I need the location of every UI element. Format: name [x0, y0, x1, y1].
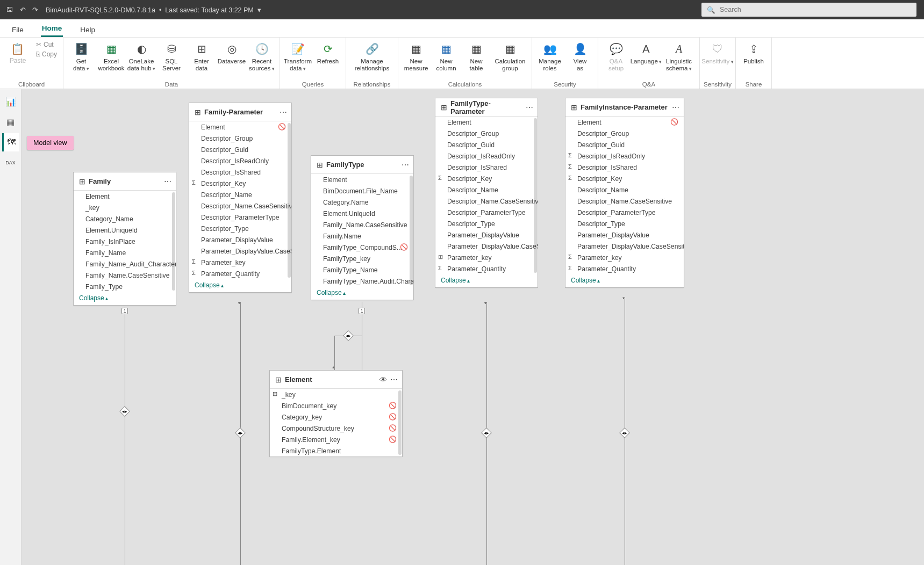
field-row[interactable]: ⊞_key — [270, 389, 402, 400]
field-row[interactable]: Parameter_DisplayValue.CaseSensitive — [565, 241, 684, 252]
field-row[interactable]: BimDocument_key🚫 — [270, 400, 402, 411]
field-row[interactable]: CompoundStructure_key🚫 — [270, 423, 402, 434]
field-row[interactable]: Family_IsInPlace — [74, 236, 176, 247]
report-view-button[interactable]: 📊 — [2, 92, 19, 111]
field-row[interactable]: Descriptor_ParameterType — [565, 207, 684, 218]
field-row[interactable]: Element.UniqueId — [74, 224, 176, 236]
field-row[interactable]: FamilyType.Element — [270, 445, 402, 457]
field-row[interactable]: Family_Name.CaseSensitive — [74, 270, 176, 281]
tab-help[interactable]: Help — [79, 23, 96, 37]
field-row[interactable]: Element🚫 — [189, 121, 291, 133]
field-row[interactable]: Descriptor_Group — [189, 133, 291, 144]
visible-icon[interactable]: 👁 — [379, 375, 387, 384]
field-row[interactable]: ΣDescriptor_Key — [435, 173, 538, 184]
field-row[interactable]: Descriptor_Guid — [435, 139, 538, 150]
field-row[interactable]: ΣParameter_Quantity — [565, 263, 684, 274]
collapse-button[interactable]: Collapse — [189, 279, 291, 292]
field-row[interactable]: Descriptor_IsReadOnly — [189, 155, 291, 166]
table-card-familyinstance-parameter[interactable]: ⊞ FamilyInstance-Parameter ⋯ Element🚫Des… — [565, 98, 684, 287]
excel-button[interactable]: ▦Excel workbook — [98, 40, 125, 72]
field-row[interactable]: Descriptor_IsShared — [435, 162, 538, 173]
more-icon[interactable]: ⋯ — [164, 177, 171, 186]
more-icon[interactable]: ⋯ — [526, 103, 533, 112]
calc-group-button[interactable]: ▦Calculation group — [493, 40, 527, 72]
field-row[interactable]: Family.Element_key🚫 — [270, 434, 402, 445]
redo-icon[interactable]: ↷ — [32, 6, 38, 14]
get-data-button[interactable]: 🗄️Get data — [68, 40, 95, 72]
field-row[interactable]: ΣParameter_Quantity — [435, 263, 538, 274]
tab-home[interactable]: Home — [41, 21, 63, 37]
more-icon[interactable]: ⋯ — [280, 108, 287, 117]
field-row[interactable]: Descriptor_Group — [565, 128, 684, 139]
field-row[interactable]: Descriptor_Name — [565, 184, 684, 195]
field-row[interactable]: Parameter_DisplayValue — [565, 229, 684, 241]
manage-relationships-button[interactable]: 🔗Manage relationships — [350, 40, 393, 72]
field-row[interactable]: Descriptor_Type — [189, 223, 291, 234]
field-row[interactable]: Descriptor_Guid — [565, 139, 684, 150]
field-row[interactable]: FamilyType_CompoundS...🚫 — [311, 242, 413, 253]
undo-icon[interactable]: ↶ — [20, 6, 26, 14]
language-button[interactable]: ALanguage — [633, 40, 660, 65]
field-row[interactable]: Element🚫 — [565, 117, 684, 128]
field-row[interactable]: Descriptor_Name — [189, 189, 291, 200]
enter-data-button[interactable]: ⊞Enter data — [188, 40, 215, 72]
sql-button[interactable]: ⛁SQL Server — [158, 40, 185, 72]
table-card-familytype-parameter[interactable]: ⊞ FamilyType-Parameter ⋯ ElementDescript… — [435, 98, 538, 287]
field-row[interactable]: Descriptor_Type — [565, 218, 684, 229]
field-row[interactable]: ΣParameter_Quantity — [189, 268, 291, 279]
field-row[interactable]: Family_Name — [74, 247, 176, 258]
table-card-element[interactable]: ⊞ Element 👁 ⋯ ⊞_keyBimDocument_key🚫Categ… — [270, 371, 402, 457]
model-canvas[interactable]: 1 ◂▸ * ◂▸ 1 * ◂▸ * ◂▸ * ◂▸ ⊞ Family ⋯ El… — [22, 89, 924, 565]
view-as-button[interactable]: 👤View as — [567, 40, 593, 72]
manage-roles-button[interactable]: 👥Manage roles — [536, 40, 563, 72]
collapse-button[interactable]: Collapse — [435, 274, 538, 287]
new-table-button[interactable]: ▦New table — [463, 40, 490, 72]
field-row[interactable]: Category_key🚫 — [270, 411, 402, 423]
onelake-button[interactable]: ◐OneLake data hub — [128, 40, 155, 72]
field-row[interactable]: Element.UniqueId — [311, 208, 413, 219]
field-row[interactable]: Descriptor_Name.CaseSensitive — [435, 195, 538, 207]
dataverse-button[interactable]: ◎Dataverse — [218, 40, 245, 65]
dax-view-button[interactable]: DAX — [2, 154, 19, 172]
field-row[interactable]: Family_Name.CaseSensitive — [311, 219, 413, 230]
field-row[interactable]: Element — [74, 191, 176, 202]
field-row[interactable]: FamilyType_Name — [311, 264, 413, 276]
new-column-button[interactable]: ▦New column — [433, 40, 460, 72]
table-card-family[interactable]: ⊞ Family ⋯ Element_keyCategory_NameEleme… — [74, 172, 176, 305]
new-measure-button[interactable]: ▦New measure — [403, 40, 429, 72]
field-row[interactable]: Descriptor_Guid — [189, 144, 291, 155]
field-row[interactable]: Family.Name — [311, 230, 413, 242]
more-icon[interactable]: ⋯ — [402, 161, 409, 169]
field-row[interactable]: Descriptor_Group — [435, 128, 538, 139]
field-row[interactable]: Parameter_DisplayValue — [189, 234, 291, 245]
field-row[interactable]: Element — [435, 117, 538, 128]
tab-file[interactable]: File — [11, 23, 25, 37]
field-row[interactable]: Descriptor_IsShared — [189, 166, 291, 178]
collapse-button[interactable]: Collapse — [74, 292, 176, 305]
field-row[interactable]: Descriptor_Type — [435, 218, 538, 229]
field-row[interactable]: Parameter_DisplayValue.CaseSens... — [435, 241, 538, 252]
save-icon[interactable]: 🖫 — [6, 6, 13, 13]
recent-sources-button[interactable]: 🕓Recent sources — [248, 40, 275, 72]
transform-data-button[interactable]: 📝Transform data — [284, 40, 311, 72]
field-row[interactable]: Category_Name — [74, 213, 176, 224]
field-row[interactable]: FamilyType_Name.Audit.Character — [311, 276, 413, 287]
table-card-familytype[interactable]: ⊞ FamilyType ⋯ ElementBimDocument.File_N… — [311, 156, 413, 300]
field-row[interactable]: ΣParameter_key — [565, 252, 684, 263]
field-row[interactable]: Family_Name_Audit_Character — [74, 258, 176, 270]
field-row[interactable]: Element — [311, 174, 413, 185]
data-view-button[interactable]: ▦ — [2, 113, 19, 131]
more-icon[interactable]: ⋯ — [390, 375, 398, 384]
field-row[interactable]: BimDocument.File_Name — [311, 185, 413, 197]
field-row[interactable]: FamilyType_key — [311, 253, 413, 264]
more-icon[interactable]: ⋯ — [672, 103, 679, 112]
model-view-button[interactable]: 🗺 — [2, 133, 19, 151]
search-box[interactable]: 🔍 Search — [701, 3, 916, 17]
field-row[interactable]: Parameter_DisplayValue.CaseSens... — [189, 245, 291, 257]
field-row[interactable]: ΣDescriptor_Key — [565, 173, 684, 184]
field-row[interactable]: Descriptor_ParameterType — [435, 207, 538, 218]
table-card-family-parameter[interactable]: ⊞ Family-Parameter ⋯ Element🚫Descriptor_… — [189, 103, 291, 292]
field-row[interactable]: ΣDescriptor_IsReadOnly — [565, 150, 684, 162]
field-row[interactable]: Descriptor_Name.CaseSensitive — [565, 195, 684, 207]
field-row[interactable]: Descriptor_ParameterType — [189, 212, 291, 223]
